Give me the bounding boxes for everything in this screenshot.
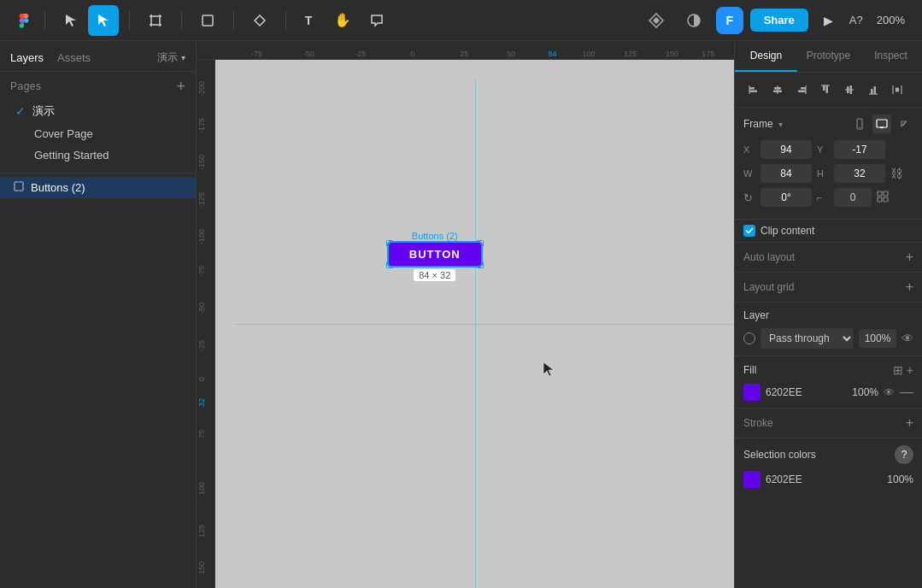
- component-tool-btn[interactable]: [641, 5, 672, 36]
- blend-mode-select[interactable]: Pass through: [761, 328, 854, 349]
- page-item-cover[interactable]: Cover Page: [10, 123, 185, 144]
- toolbar-pen-group: [241, 5, 279, 36]
- shape-tool-btn[interactable]: [192, 5, 223, 36]
- pages-header: Pages +: [10, 79, 185, 94]
- ruler-tick: -75: [251, 50, 262, 58]
- select-tool-btn[interactable]: [56, 5, 86, 36]
- frame-resize-icon[interactable]: [895, 115, 913, 133]
- align-right-btn[interactable]: [791, 79, 812, 100]
- tab-layers[interactable]: Layers: [10, 48, 44, 68]
- constrain-proportions-btn[interactable]: ⛓: [890, 167, 902, 180]
- fill-color-swatch[interactable]: [743, 384, 761, 401]
- share-button[interactable]: Share: [750, 9, 808, 32]
- frame-select-tool-btn[interactable]: [88, 5, 119, 36]
- opacity-input[interactable]: [859, 329, 896, 348]
- fill-icons: ⊞ +: [893, 363, 913, 377]
- tab-prototype[interactable]: Prototype: [797, 41, 860, 72]
- add-layout-grid-btn[interactable]: +: [906, 279, 913, 295]
- contrast-tool-btn[interactable]: [678, 5, 709, 36]
- rotation-input[interactable]: [761, 188, 812, 207]
- resize-mode-btn[interactable]: [877, 191, 889, 205]
- toolbar-sep4: [233, 10, 234, 31]
- layer-visibility-btn[interactable]: 👁: [901, 332, 913, 345]
- svg-rect-50: [878, 197, 882, 202]
- selection-colors-help-btn[interactable]: ?: [895, 445, 913, 464]
- toolbar: T ✋ F Share ▶ A? 200%: [0, 0, 922, 41]
- canvas-element-wrapper: Buttons (2) BUTTON 84 × 32: [389, 231, 481, 281]
- demo-label[interactable]: 演示 ▾: [157, 50, 185, 65]
- tab-design[interactable]: Design: [735, 41, 797, 72]
- align-center-v-btn[interactable]: [839, 79, 860, 100]
- svg-rect-24: [749, 91, 757, 93]
- add-auto-layout-btn[interactable]: +: [906, 250, 913, 265]
- distribute-h-btn[interactable]: [887, 79, 907, 100]
- toolbar-sep2: [129, 10, 130, 31]
- add-fill-btn[interactable]: +: [907, 363, 913, 377]
- sel-color-row: 6202EE 100%: [743, 471, 913, 488]
- panel-tabs: Layers Assets 演示 ▾: [0, 41, 196, 72]
- canvas-element[interactable]: BUTTON: [389, 243, 481, 266]
- text-tool-btn[interactable]: T: [293, 5, 324, 36]
- toolbar-sep5: [285, 10, 286, 31]
- fill-grid-icon[interactable]: ⊞: [893, 363, 903, 377]
- play-button[interactable]: ▶: [815, 7, 843, 34]
- tab-assets[interactable]: Assets: [57, 48, 91, 68]
- w-input[interactable]: [761, 164, 812, 183]
- v-ruler-tick: -75: [197, 266, 206, 277]
- frame-icons: [850, 115, 913, 133]
- v-ruler-tick: -25: [197, 340, 206, 351]
- fill-section: Fill ⊞ + 6202EE 100% 👁 —: [735, 356, 922, 409]
- v-ruler-tick: 125: [197, 525, 206, 538]
- figma-logo-icon[interactable]: [10, 7, 38, 34]
- ruler-tick: 175: [702, 50, 714, 58]
- remove-fill-btn[interactable]: —: [900, 385, 913, 400]
- ruler-tick: 100: [583, 50, 596, 58]
- center-guide-h: [234, 324, 734, 325]
- add-stroke-btn[interactable]: +: [906, 415, 913, 431]
- frame-title[interactable]: Frame: [743, 118, 773, 130]
- canvas-content[interactable]: Buttons (2) BUTTON 84 × 32: [215, 60, 734, 588]
- frame-tool-btn[interactable]: [140, 5, 171, 36]
- sel-opacity-value[interactable]: 100%: [879, 473, 913, 485]
- comment-tool-btn[interactable]: [361, 5, 392, 36]
- h-input[interactable]: [834, 164, 885, 183]
- frame-desktop-icon[interactable]: [872, 115, 891, 133]
- zoom-label[interactable]: 200%: [870, 10, 912, 30]
- toolbar-frame-group: [137, 5, 174, 36]
- y-input[interactable]: [834, 140, 885, 159]
- sel-color-swatch[interactable]: [743, 471, 761, 488]
- ruler-tick-active: 84: [549, 50, 557, 58]
- auto-label[interactable]: A?: [849, 14, 863, 26]
- svg-rect-38: [871, 89, 873, 94]
- sel-hex-value[interactable]: 6202EE: [766, 473, 874, 485]
- right-panel-tabs: Design Prototype Inspect: [735, 41, 922, 73]
- svg-rect-39: [874, 86, 877, 94]
- fill-opacity-value[interactable]: 100%: [848, 386, 878, 398]
- clip-content-label: Clip content: [761, 225, 814, 237]
- canvas-area[interactable]: -75 -50 -25 0 25 50 84 100 125 150 175 -…: [197, 41, 734, 588]
- canvas-element-label: Buttons (2): [389, 231, 481, 241]
- fill-visibility-btn[interactable]: 👁: [884, 386, 895, 399]
- canvas-button[interactable]: BUTTON: [389, 243, 481, 266]
- page-item-getting-started[interactable]: Getting Started: [10, 144, 185, 166]
- left-panel: Layers Assets 演示 ▾ Pages + ✓ 演示 Cover Pa…: [0, 41, 197, 588]
- corner-radius-input[interactable]: [834, 188, 872, 207]
- align-left-btn[interactable]: [743, 79, 764, 100]
- align-top-btn[interactable]: [815, 79, 836, 100]
- frame-phone-icon[interactable]: [850, 115, 869, 133]
- page-item-yanshi[interactable]: ✓ 演示: [10, 99, 185, 123]
- x-input[interactable]: [761, 140, 812, 159]
- pen-tool-btn[interactable]: [244, 5, 275, 36]
- layer-item-buttons[interactable]: Buttons (2): [0, 177, 196, 198]
- clip-content-checkbox[interactable]: [743, 225, 755, 237]
- tab-inspect[interactable]: Inspect: [860, 41, 922, 72]
- h-label: H: [817, 168, 829, 179]
- add-page-button[interactable]: +: [176, 79, 185, 94]
- figma-badge[interactable]: F: [716, 7, 743, 34]
- v-ruler-tick: -150: [197, 155, 206, 170]
- fill-hex-value[interactable]: 6202EE: [766, 386, 843, 398]
- hand-tool-btn[interactable]: ✋: [327, 5, 358, 36]
- align-bottom-btn[interactable]: [863, 79, 884, 100]
- align-center-h-btn[interactable]: [767, 79, 788, 100]
- svg-rect-42: [896, 88, 899, 92]
